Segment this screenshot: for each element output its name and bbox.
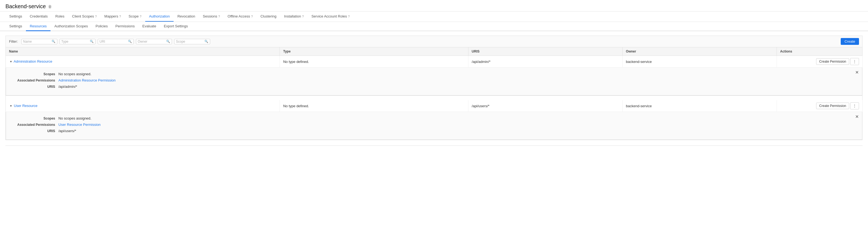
tab-resources[interactable]: Resources	[26, 22, 51, 31]
spacer-row	[6, 96, 863, 100]
uri-filter-input[interactable]	[100, 40, 127, 44]
tab-credentials[interactable]: Credentials	[26, 11, 52, 22]
uris-value: /api/admin/*	[58, 84, 77, 89]
scope-search-icon: 🔍	[205, 40, 208, 43]
uris-label: URIS	[11, 84, 55, 89]
expand-button[interactable]: ▾	[9, 59, 13, 64]
page-title: Backend-service	[5, 3, 46, 9]
detail-panel-admin: ✕ Scopes No scopes assigned. Associated …	[6, 67, 862, 96]
resource-owner-value: backend-service	[626, 60, 652, 64]
content-area: Filter: 🔍 🔍 🔍 🔍 🔍 Create Name Ty	[0, 31, 868, 156]
delete-icon[interactable]: 🗑	[48, 4, 52, 9]
create-resource-button[interactable]: Create	[841, 38, 859, 45]
table-row: ▾ Administration Resource No type define…	[6, 56, 863, 67]
col-header-actions: Actions	[777, 47, 863, 56]
tab-authorization-scopes[interactable]: Authorization Scopes	[51, 22, 92, 31]
type-filter-wrap: 🔍	[60, 39, 96, 44]
uris-label: URIS	[11, 129, 55, 133]
tab-policies[interactable]: Policies	[92, 22, 112, 31]
resource-type-value: No type defined.	[283, 104, 309, 108]
secondary-nav: Settings Resources Authorization Scopes …	[0, 22, 868, 31]
tab-revocation[interactable]: Revocation	[174, 11, 199, 22]
scopes-value: No scopes assigned.	[58, 72, 91, 76]
name-search-icon: 🔍	[52, 40, 55, 43]
tab-permissions[interactable]: Permissions	[112, 22, 139, 31]
primary-nav: Settings Credentials Roles Client Scopes…	[0, 11, 868, 22]
admin-resource-link[interactable]: Administration Resource	[14, 59, 53, 63]
filter-label: Filter:	[9, 39, 18, 44]
resource-name-cell: ▾ User Resource	[6, 100, 280, 112]
kebab-menu-button[interactable]: ⋮	[850, 58, 859, 65]
tab-sessions[interactable]: Sessions ?	[199, 11, 224, 22]
user-resource-link[interactable]: User Resource	[14, 104, 38, 108]
tab-roles[interactable]: Roles	[52, 11, 68, 22]
scopes-label: Scopes	[11, 116, 55, 120]
tab-client-scopes[interactable]: Client Scopes ?	[68, 11, 100, 22]
expand-button[interactable]: ▾	[9, 103, 13, 108]
help-icon: ?	[140, 15, 142, 18]
page-header: Backend-service 🗑	[0, 0, 868, 11]
create-permission-button[interactable]: Create Permission	[816, 103, 849, 109]
resource-type-value: No type defined.	[283, 60, 309, 64]
help-icon: ?	[119, 15, 121, 18]
detail-uris-row: URIS /api/admin/*	[11, 84, 857, 89]
close-detail-button[interactable]: ✕	[855, 70, 859, 75]
kebab-menu-button[interactable]: ⋮	[850, 102, 859, 109]
uri-filter-wrap: 🔍	[98, 39, 134, 44]
tab-evaluate[interactable]: Evaluate	[139, 22, 160, 31]
tab-scope[interactable]: Scope ?	[125, 11, 145, 22]
scopes-label: Scopes	[11, 72, 55, 76]
col-header-name: Name	[6, 47, 280, 56]
resource-actions-cell: Create Permission ⋮	[777, 56, 863, 67]
tab-auth-settings[interactable]: Settings	[5, 22, 26, 31]
col-header-type: Type	[280, 47, 468, 56]
tab-offline-access[interactable]: Offline Access ?	[224, 11, 256, 22]
resource-name-cell: ▾ Administration Resource	[6, 56, 280, 67]
owner-filter-wrap: 🔍	[136, 39, 172, 44]
resources-table: Name Type URIS Owner Actions ▾ Administr…	[5, 47, 863, 140]
resource-owner-value: backend-service	[626, 104, 652, 108]
resource-uris-value: /api/users/*	[472, 104, 489, 108]
associated-permission-link[interactable]: Administration Resource Permission	[58, 78, 116, 82]
associated-permission-link[interactable]: User Resource Permission	[58, 123, 101, 127]
tab-mappers[interactable]: Mappers ?	[100, 11, 125, 22]
tab-export-settings[interactable]: Export Settings	[160, 22, 192, 31]
tab-clustering[interactable]: Clustering	[256, 11, 280, 22]
help-icon: ?	[218, 15, 220, 18]
scope-filter-wrap: 🔍	[174, 39, 210, 44]
tab-service-account-roles[interactable]: Service Account Roles ?	[308, 11, 353, 22]
tab-settings[interactable]: Settings	[5, 11, 26, 22]
resource-uris-cell: /api/admin/*	[468, 56, 623, 67]
detail-permissions-row: Associated Permissions User Resource Per…	[11, 123, 857, 127]
type-filter-input[interactable]	[61, 40, 89, 44]
page-footer	[5, 145, 863, 151]
close-detail-button[interactable]: ✕	[855, 114, 859, 119]
detail-row: ✕ Scopes No scopes assigned. Associated …	[6, 112, 863, 140]
resource-uris-cell: /api/users/*	[468, 100, 623, 112]
owner-filter-input[interactable]	[138, 40, 165, 44]
detail-row: ✕ Scopes No scopes assigned. Associated …	[6, 67, 863, 96]
scope-filter-input[interactable]	[176, 40, 203, 44]
resource-actions-cell: Create Permission ⋮	[777, 100, 863, 112]
uri-search-icon: 🔍	[128, 40, 132, 43]
name-filter-input[interactable]	[23, 40, 51, 44]
actions-group: Create Permission ⋮	[780, 102, 859, 109]
help-icon: ?	[302, 15, 304, 18]
detail-uris-row: URIS /api/users/*	[11, 129, 857, 133]
scopes-value: No scopes assigned.	[58, 116, 91, 120]
resource-uris-value: /api/admin/*	[472, 60, 491, 64]
detail-scopes-row: Scopes No scopes assigned.	[11, 72, 857, 76]
name-filter-wrap: 🔍	[21, 39, 57, 44]
tab-authorization[interactable]: Authorization	[145, 11, 174, 22]
resource-type-cell: No type defined.	[280, 100, 468, 112]
create-permission-button[interactable]: Create Permission	[816, 58, 849, 65]
col-header-uris: URIS	[468, 47, 623, 56]
detail-scopes-row: Scopes No scopes assigned.	[11, 116, 857, 120]
owner-search-icon: 🔍	[166, 40, 170, 43]
filter-bar: Filter: 🔍 🔍 🔍 🔍 🔍 Create	[5, 35, 863, 47]
tab-installation[interactable]: Installation ?	[280, 11, 308, 22]
actions-group: Create Permission ⋮	[780, 58, 859, 65]
uris-value: /api/users/*	[58, 129, 76, 133]
col-header-owner: Owner	[623, 47, 777, 56]
permissions-label: Associated Permissions	[11, 78, 55, 82]
